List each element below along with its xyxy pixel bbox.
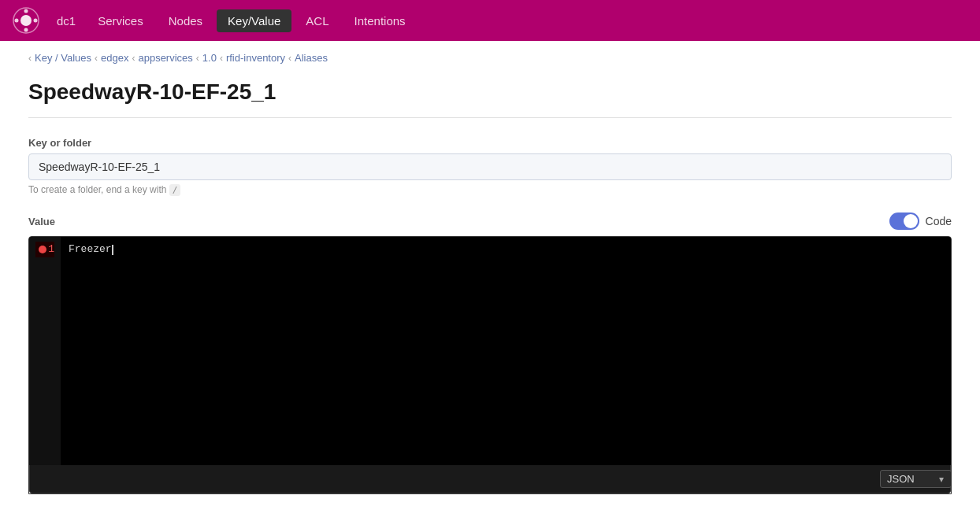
- code-line-1: Freezer: [69, 243, 112, 255]
- line-numbers: 1: [29, 237, 61, 465]
- lang-select-wrapper: JSON YAML HCL Plain Text ▾: [880, 470, 944, 488]
- breadcrumb-sep-0: ‹: [28, 53, 32, 64]
- svg-point-5: [34, 19, 38, 23]
- cursor: [112, 245, 113, 255]
- breadcrumb-sep-3: ‹: [196, 53, 199, 64]
- svg-point-1: [20, 15, 32, 26]
- nav-item-intentions[interactable]: Intentions: [343, 9, 417, 32]
- code-editor[interactable]: 1 Freezer: [29, 237, 951, 465]
- code-toggle-area: Code: [889, 213, 952, 230]
- value-label: Value: [28, 216, 55, 227]
- breadcrumb-sep-4: ‹: [220, 53, 223, 64]
- nav-item-services[interactable]: Services: [87, 9, 154, 32]
- value-header: Value Code: [28, 213, 952, 230]
- code-editor-wrapper: 1 Freezer JSON YAML HCL Plain Text ▾: [28, 236, 952, 494]
- breadcrumb-edgex[interactable]: edgex: [101, 52, 128, 64]
- breadcrumb: ‹ Key / Values ‹ edgex ‹ appservices ‹ 1…: [0, 41, 980, 64]
- code-content[interactable]: Freezer: [61, 237, 951, 465]
- code-toggle[interactable]: [889, 213, 919, 230]
- editor-footer: JSON YAML HCL Plain Text ▾: [29, 465, 951, 493]
- key-input[interactable]: [28, 153, 952, 180]
- breadcrumb-rfid-inventory[interactable]: rfid-inventory: [226, 52, 285, 64]
- code-toggle-label: Code: [926, 215, 952, 227]
- nav-item-nodes[interactable]: Nodes: [158, 9, 213, 32]
- svg-point-2: [24, 9, 28, 13]
- breadcrumb-sep-5: ‹: [288, 53, 291, 64]
- hint-text: To create a folder, end a key with /: [28, 184, 952, 195]
- breadcrumb-sep-1: ‹: [95, 53, 98, 64]
- breadcrumb-sep-2: ‹: [132, 53, 135, 64]
- key-field-group: Key or folder To create a folder, end a …: [28, 137, 952, 195]
- svg-point-4: [15, 19, 19, 23]
- page-content: SpeedwayR-10-EF-25_1 Key or folder To cr…: [0, 64, 980, 510]
- breadcrumb-appservices[interactable]: appservices: [138, 52, 192, 64]
- breadcrumb-aliases[interactable]: Aliases: [295, 52, 328, 64]
- svg-point-3: [24, 28, 28, 32]
- consul-logo: [13, 7, 39, 34]
- key-field-label: Key or folder: [28, 137, 952, 149]
- line-error-indicator: 1: [35, 242, 54, 257]
- page-title: SpeedwayR-10-EF-25_1: [28, 79, 952, 118]
- nav-bar: dc1 Services Nodes Key/Value ACL Intenti…: [0, 0, 980, 41]
- nav-item-key-value[interactable]: Key/Value: [217, 9, 291, 32]
- lang-select[interactable]: JSON YAML HCL Plain Text: [880, 470, 952, 488]
- error-dot: [39, 246, 46, 253]
- breadcrumb-key-values[interactable]: Key / Values: [35, 52, 91, 64]
- breadcrumb-1-0[interactable]: 1.0: [202, 52, 217, 64]
- nav-item-acl[interactable]: ACL: [295, 9, 340, 32]
- nav-dc-label[interactable]: dc1: [49, 9, 84, 32]
